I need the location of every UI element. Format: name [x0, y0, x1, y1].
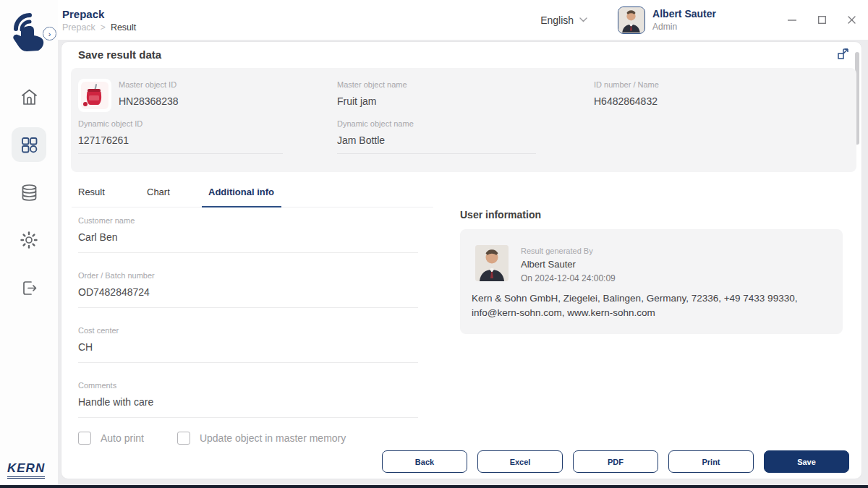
- checkbox-label: Update object in master memory: [200, 432, 346, 444]
- object-summary-card: Master object ID HN28368238 Master objec…: [71, 68, 856, 172]
- apps-grid-icon: [20, 135, 39, 155]
- content-background: Save result data: [58, 40, 868, 485]
- field-value: OD7482848724: [78, 286, 418, 298]
- cost-center-field[interactable]: Cost center CH: [78, 326, 418, 363]
- sidebar-expand-button[interactable]: ›: [43, 27, 56, 40]
- generated-by-avatar: [475, 245, 509, 281]
- breadcrumb-parent[interactable]: Prepack: [62, 22, 95, 33]
- field-label: ID number / Name: [594, 80, 659, 89]
- field-value: HN28368238: [119, 95, 179, 107]
- window-minimize-button[interactable]: [787, 15, 797, 25]
- window-maximize-button[interactable]: [817, 15, 827, 25]
- breadcrumb-separator: >: [101, 22, 106, 33]
- close-icon: [848, 16, 856, 24]
- app-window: KERN › Prepack Prepack > Result English: [0, 0, 868, 488]
- window-bottom-edge: [0, 485, 868, 488]
- field-dynamic-object-id: Dynamic object ID 127176261: [78, 119, 283, 154]
- page-header-title: Prepack: [62, 8, 136, 20]
- print-button[interactable]: Print: [668, 450, 754, 473]
- field-label: Cost center: [78, 326, 418, 335]
- field-label: Comments: [78, 381, 418, 390]
- database-icon: [20, 183, 39, 202]
- order-batch-number-field[interactable]: Order / Batch number OD7482848724: [78, 271, 418, 308]
- breadcrumb-current: Result: [111, 22, 136, 33]
- field-label: Order / Batch number: [78, 271, 418, 280]
- tab-bar: Result Chart Additional info: [72, 184, 433, 207]
- user-information-title: User information: [460, 209, 843, 221]
- field-value: 127176261: [78, 134, 283, 146]
- sidebar-item-settings[interactable]: [12, 223, 46, 257]
- field-label: Customer name: [78, 216, 418, 225]
- field-label: Dynamic object ID: [78, 119, 283, 128]
- additional-info-form: Customer name Carl Ben Order / Batch num…: [78, 216, 418, 436]
- sidebar-item-logout[interactable]: [12, 270, 46, 305]
- sidebar-nav: [0, 80, 58, 305]
- main-panel: Save result data: [61, 41, 862, 479]
- checkbox-label: Auto print: [101, 432, 144, 444]
- user-information-section: User information: [460, 209, 843, 334]
- generated-by-label: Result generated By: [521, 247, 616, 255]
- customer-name-field[interactable]: Customer name Carl Ben: [78, 216, 418, 253]
- sidebar-item-database[interactable]: [12, 175, 46, 210]
- chevron-down-icon: [579, 17, 587, 22]
- minimize-icon: [788, 20, 796, 21]
- window-controls: [787, 15, 856, 25]
- home-icon: [20, 87, 39, 107]
- expand-button[interactable]: [836, 46, 852, 61]
- update-object-checkbox[interactable]: [177, 432, 190, 445]
- topbar: Prepack Prepack > Result English: [58, 0, 868, 40]
- action-button-row: Back Excel PDF Print Save: [382, 450, 849, 473]
- tab-additional-info[interactable]: Additional info: [202, 184, 281, 207]
- excel-button[interactable]: Excel: [477, 450, 563, 473]
- chevron-right-icon: ›: [48, 30, 51, 38]
- language-selected-label: English: [540, 14, 574, 26]
- settings-gear-icon: [19, 230, 39, 250]
- pdf-button[interactable]: PDF: [573, 450, 658, 473]
- user-profile-chip[interactable]: Albert Sauter Admin: [618, 7, 716, 34]
- kern-logo: KERN: [7, 461, 45, 479]
- field-label: Dynamic object name: [337, 119, 536, 128]
- generated-on-timestamp: On 2024-12-04 24:00:09: [521, 273, 616, 283]
- page-title: Save result data: [78, 48, 161, 61]
- field-id-number-name: ID number / Name H6482864832: [594, 80, 659, 107]
- generated-by-name: Albert Sauter: [521, 259, 616, 270]
- user-role: Admin: [652, 22, 716, 32]
- tab-result[interactable]: Result: [72, 184, 140, 207]
- field-master-object-name: Master object name Fruit jam: [337, 80, 407, 107]
- sidebar-item-home[interactable]: [12, 80, 46, 114]
- field-value: Jam Bottle: [337, 134, 536, 146]
- field-value: Fruit jam: [337, 95, 407, 107]
- field-value: H6482864832: [594, 95, 659, 107]
- auto-print-checkbox[interactable]: [78, 432, 91, 445]
- language-selector[interactable]: English: [540, 14, 587, 26]
- field-label: Master object ID: [119, 80, 179, 89]
- field-value: Carl Ben: [78, 231, 418, 243]
- maximize-icon: [818, 16, 826, 24]
- print-options: Auto print Update object in master memor…: [78, 432, 346, 445]
- sidebar: KERN: [0, 0, 58, 485]
- back-button[interactable]: Back: [382, 450, 467, 473]
- jam-jar-image: [81, 82, 109, 109]
- logout-icon: [20, 278, 39, 298]
- field-dynamic-object-name: Dynamic object name Jam Bottle: [337, 119, 536, 154]
- auto-print-option[interactable]: Auto print: [78, 432, 144, 445]
- window-close-button[interactable]: [846, 15, 856, 25]
- tab-chart[interactable]: Chart: [140, 184, 202, 207]
- comments-field[interactable]: Comments Handle with care: [78, 381, 418, 418]
- field-value: Handle with care: [78, 396, 418, 408]
- field-master-object-id: Master object ID HN28368238: [119, 80, 179, 107]
- update-object-option[interactable]: Update object in master memory: [177, 432, 346, 445]
- avatar: [618, 7, 645, 34]
- save-button[interactable]: Save: [764, 450, 849, 473]
- sidebar-item-apps[interactable]: [12, 127, 46, 162]
- field-value: CH: [78, 341, 418, 353]
- object-thumbnail: [78, 79, 111, 112]
- fullscreen-icon: [836, 46, 852, 61]
- user-information-panel: Result generated By Albert Sauter On 202…: [460, 229, 843, 334]
- company-contact-line: Kern & Sohn GmbH, Ziegelei, Balingen, Ge…: [472, 291, 831, 321]
- user-name: Albert Sauter: [652, 8, 716, 20]
- field-label: Master object name: [337, 80, 407, 89]
- breadcrumb: Prepack > Result: [62, 22, 136, 33]
